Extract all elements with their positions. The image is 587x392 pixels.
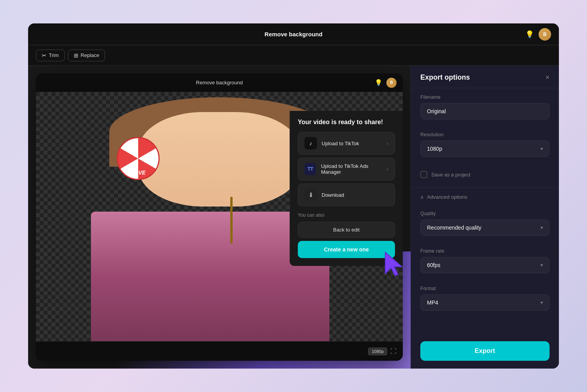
lollipop-stick [230, 197, 233, 244]
filename-label: Filename [420, 94, 550, 100]
cursor-arrow [383, 250, 403, 278]
controls-right: 1080p ⛶ [368, 347, 397, 355]
frame-rate-chevron-icon: ▾ [541, 262, 543, 268]
you-can-also: You can also [298, 212, 395, 218]
lightbulb-icon[interactable]: 💡 [525, 30, 534, 39]
divider [411, 187, 559, 188]
outer-toolbar: ✂ Trim ⊞ Replace [28, 45, 559, 66]
replace-label: Replace [81, 52, 100, 58]
resolution-select[interactable]: 1080p ▾ [420, 141, 550, 157]
outer-header: Remove background 💡 B [28, 23, 559, 45]
inner-window: Remove background 💡 B [36, 73, 403, 361]
face [139, 112, 300, 207]
quality-section: Quality Recommended quality ▾ [411, 205, 559, 242]
export-footer: Export [411, 333, 559, 369]
inner-lightbulb-icon[interactable]: 💡 [375, 79, 382, 86]
header-icons: 💡 B [525, 28, 551, 41]
export-button[interactable]: Export [420, 341, 550, 361]
save-project-checkbox[interactable] [420, 171, 427, 178]
main-content: Remove background 💡 B [28, 66, 559, 369]
advanced-options-label: Advanced options [427, 194, 467, 200]
close-button[interactable]: × [545, 73, 550, 82]
fullscreen-icon[interactable]: ⛶ [390, 348, 397, 355]
collapse-icon: ∧ [420, 194, 424, 200]
frame-rate-label: Frame rate [420, 248, 550, 254]
share-title: Your video is ready to share! [298, 119, 395, 126]
option-left-download: ⬇ Download [304, 189, 344, 201]
outer-header-title: Remove background [265, 31, 322, 37]
inner-header-title: Remove background [196, 80, 243, 86]
svg-marker-0 [385, 252, 402, 276]
export-header: Export options × [411, 66, 559, 88]
trim-button[interactable]: ✂ Trim [36, 50, 65, 61]
save-project-row: Save as a project [420, 169, 550, 180]
option-left: ♪ Upload to TikTok [304, 137, 359, 150]
outer-window: Remove background 💡 B ✂ Trim ⊞ Replace R… [28, 23, 559, 369]
video-preview: LOVE Your video is ready to share! ♪ Upl… [36, 92, 403, 341]
export-panel-title: Export options [420, 73, 470, 82]
format-chevron-icon: ▾ [541, 300, 543, 305]
create-new-button[interactable]: Create a new one [298, 241, 395, 258]
tiktok-label: Upload to TikTok [322, 141, 359, 146]
quality-label: Quality [420, 211, 550, 216]
frame-rate-select[interactable]: 60fps ▾ [420, 257, 550, 273]
video-controls: 1080p ⛶ [36, 341, 403, 361]
resolution-value: 1080p [427, 146, 442, 152]
trim-label: Trim [49, 52, 59, 58]
tiktok-ads-icon: TT [304, 163, 316, 175]
filename-field[interactable]: Original [420, 103, 550, 119]
scissors-icon: ✂ [42, 52, 46, 59]
frame-rate-value: 60fps [427, 262, 440, 268]
resolution-badge: 1080p [368, 347, 387, 355]
format-label: Format [420, 286, 550, 291]
chevron-right-icon: › [386, 140, 388, 146]
replace-button[interactable]: ⊞ Replace [68, 50, 105, 61]
filename-section: Filename Original [411, 88, 559, 126]
quality-select[interactable]: Recommended quality ▾ [420, 219, 550, 236]
inner-avatar[interactable]: B [386, 78, 397, 88]
format-value: MP4 [427, 299, 438, 306]
download-label: Download [322, 192, 344, 198]
back-to-edit-button[interactable]: Back to edit [298, 222, 395, 238]
save-project-label: Save as a project [431, 172, 470, 178]
export-panel: Export options × Filename Original Resol… [411, 66, 559, 369]
tiktok-ads-label: Upload to TikTok Ads Manager [321, 163, 386, 175]
upload-tiktok-option[interactable]: ♪ Upload to TikTok › [298, 132, 395, 155]
format-select[interactable]: MP4 ▾ [420, 294, 550, 311]
replace-icon: ⊞ [74, 52, 78, 59]
download-icon: ⬇ [304, 189, 317, 201]
video-canvas: LOVE Your video is ready to share! ♪ Upl… [36, 92, 403, 341]
upload-tiktok-ads-option[interactable]: TT Upload to TikTok Ads Manager › [298, 158, 395, 180]
advanced-options-header[interactable]: ∧ Advanced options [411, 189, 559, 205]
resolution-chevron-icon: ▾ [541, 146, 543, 151]
share-modal: Your video is ready to share! ♪ Upload t… [290, 111, 403, 266]
format-section: Format MP4 ▾ [411, 280, 559, 317]
frame-rate-section: Frame rate 60fps ▾ [411, 242, 559, 280]
quality-chevron-icon: ▾ [541, 225, 543, 230]
inner-header: Remove background 💡 B [36, 73, 403, 92]
chevron-right-ads-icon: › [386, 166, 388, 172]
inner-header-icons: 💡 B [375, 78, 397, 88]
quality-value: Recommended quality [427, 225, 481, 231]
resolution-label: Resolution [420, 132, 550, 137]
video-area: Remove background 💡 B [28, 66, 411, 369]
resolution-section: Resolution 1080p ▾ [411, 126, 559, 163]
avatar[interactable]: B [539, 28, 551, 41]
lollipop-text: LOVE [117, 167, 160, 178]
filename-value: Original [427, 108, 446, 114]
option-left-ads: TT Upload to TikTok Ads Manager [304, 163, 386, 175]
tiktok-icon: ♪ [304, 137, 317, 150]
download-option[interactable]: ⬇ Download [298, 184, 395, 206]
save-project-section: Save as a project [411, 163, 559, 186]
